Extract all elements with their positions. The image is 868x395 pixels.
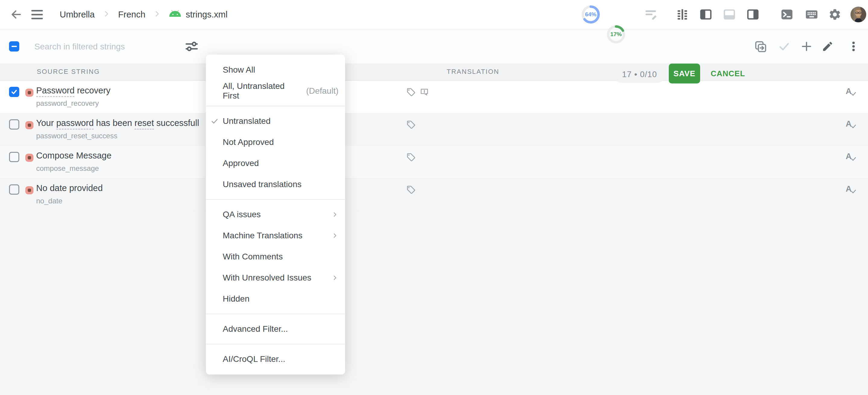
tag-icon[interactable] <box>406 153 416 163</box>
console-icon[interactable] <box>780 7 794 22</box>
breadcrumb-language[interactable]: French <box>118 10 145 20</box>
tag-icon[interactable] <box>406 120 416 131</box>
submenu-chevron-icon <box>331 211 338 218</box>
chevron-right-icon <box>102 10 110 19</box>
spellcheck-approve-icon[interactable]: A <box>846 119 859 130</box>
row-checkbox[interactable] <box>9 152 19 162</box>
filter-menu-item-label: Untranslated <box>223 116 271 126</box>
row-checkbox[interactable] <box>9 87 19 97</box>
row-texts: Your password has been reset successfull… <box>36 118 199 140</box>
filter-menu-item[interactable]: AI/CroQL Filter... <box>206 349 345 370</box>
edit-pencil-icon[interactable] <box>822 40 834 53</box>
strings-counter-badge: 17 • 0/10 <box>614 66 665 83</box>
strings-toolbar: 17 • 0/10 SAVE CANCEL <box>0 30 868 63</box>
editor-screen: Umbrella French strings.xml 64% 17% <box>0 0 868 395</box>
filter-menu-item[interactable]: With Unresolved Issues <box>206 267 345 288</box>
search-settings-icon[interactable] <box>184 39 199 54</box>
table-row[interactable]: Password recovery password_recovery A <box>0 81 868 113</box>
side-by-side-view-icon[interactable] <box>676 8 689 21</box>
chevron-right-icon <box>153 10 161 19</box>
header-right: 64% 17% <box>564 0 868 29</box>
filter-dropdown-menu: Show All All, Untranslated First (Defaul… <box>206 55 345 374</box>
filter-menu-item-label: With Unresolved Issues <box>223 273 311 283</box>
table-row[interactable]: Your password has been reset successfull… <box>0 113 868 146</box>
filter-menu-item[interactable]: Advanced Filter... <box>206 319 345 339</box>
more-options-kebab-icon[interactable] <box>847 40 860 53</box>
menu-divider <box>206 199 345 200</box>
comment-issue-icon[interactable] <box>420 87 429 98</box>
table-row[interactable]: No date provided no_date A <box>0 178 868 211</box>
filter-menu-item-label: AI/CroQL Filter... <box>223 354 285 364</box>
row-texts: Password recovery password_recovery <box>36 86 111 107</box>
table-row[interactable]: Compose Message compose_message A <box>0 146 868 178</box>
breadcrumb-file-name: strings.xml <box>186 10 227 20</box>
string-key: password_recovery <box>36 99 111 107</box>
approved-progress-circle[interactable]: 17% <box>606 24 626 44</box>
filter-menu-item[interactable]: Approved <box>206 153 345 174</box>
save-button[interactable]: SAVE <box>669 64 700 84</box>
filter-menu-item-label: Approved <box>223 159 259 168</box>
keyboard-icon[interactable] <box>805 7 818 22</box>
untranslated-status-icon <box>25 121 33 129</box>
filter-menu-item[interactable]: Machine Translations <box>206 225 345 246</box>
settings-gear-icon[interactable] <box>828 8 841 21</box>
breadcrumb-project[interactable]: Umbrella <box>60 10 95 20</box>
untranslated-status-icon <box>25 186 33 194</box>
breadcrumb: Umbrella French strings.xml <box>60 9 227 20</box>
filter-menu-item-label: Hidden <box>223 294 250 304</box>
string-key: compose_message <box>36 164 112 173</box>
top-header-bar: Umbrella French strings.xml 64% 17% <box>0 0 868 30</box>
right-panel-view-icon[interactable] <box>746 8 760 21</box>
back-arrow-icon[interactable] <box>10 8 22 21</box>
submenu-chevron-icon <box>331 274 338 282</box>
row-texts: Compose Message compose_message <box>36 151 112 173</box>
filter-menu-item-label: Unsaved translations <box>223 179 301 189</box>
filter-menu-item-label: With Comments <box>223 252 283 262</box>
filter-menu-item[interactable]: QA issues <box>206 204 345 225</box>
search-input[interactable] <box>34 38 180 56</box>
filter-menu-item[interactable]: With Comments <box>206 246 345 267</box>
row-checkbox[interactable] <box>9 119 19 130</box>
filter-menu-item[interactable]: Show All <box>206 59 345 80</box>
column-translation: TRANSLATION <box>447 63 499 80</box>
filter-menu-item-label: Machine Translations <box>223 231 303 240</box>
selected-check-icon <box>211 117 218 125</box>
translated-progress-circle[interactable]: 64% <box>581 4 601 24</box>
hamburger-menu-icon[interactable] <box>31 10 43 19</box>
filter-menu-item[interactable]: Not Approved <box>206 132 345 153</box>
breadcrumb-file[interactable]: strings.xml <box>169 9 227 20</box>
add-string-icon[interactable] <box>801 40 812 53</box>
filter-menu-item[interactable]: Untranslated <box>206 110 345 132</box>
spellcheck-approve-icon[interactable]: A <box>846 152 859 162</box>
copy-translation-icon[interactable] <box>753 39 767 53</box>
filter-menu-item[interactable]: All, Untranslated First (Default) <box>206 80 345 102</box>
spellcheck-approve-icon[interactable]: A <box>846 185 859 195</box>
row-texts: No date provided no_date <box>36 183 103 205</box>
filter-menu-item[interactable]: Hidden <box>206 288 345 309</box>
header-left: Umbrella French strings.xml <box>10 0 227 29</box>
filter-menu-item[interactable]: Unsaved translations <box>206 174 345 195</box>
untranslated-status-icon <box>25 89 33 97</box>
row-checkbox[interactable] <box>9 185 19 195</box>
user-avatar[interactable] <box>850 7 866 22</box>
column-source-string: SOURCE STRING <box>37 63 100 80</box>
string-key: no_date <box>36 197 103 205</box>
cancel-button[interactable]: CANCEL <box>711 64 745 84</box>
filter-menu-item-suffix: (Default) <box>306 86 338 96</box>
approve-check-icon[interactable] <box>778 40 790 53</box>
tag-icon[interactable] <box>406 185 416 196</box>
left-panel-view-icon[interactable] <box>699 8 712 21</box>
filter-menu-item-label: Show All <box>223 65 255 75</box>
spellcheck-approve-icon[interactable]: A <box>846 87 859 97</box>
bottom-panel-view-icon[interactable] <box>723 8 736 21</box>
tag-icon[interactable] <box>406 87 416 98</box>
approved-percent: 17% <box>606 24 626 44</box>
source-string-text: No date provided <box>36 183 103 193</box>
edit-list-icon[interactable] <box>644 7 658 22</box>
menu-divider <box>206 344 345 344</box>
filter-menu-item-label: Not Approved <box>223 137 274 147</box>
source-string-text: Compose Message <box>36 151 112 161</box>
select-all-checkbox[interactable] <box>9 41 19 52</box>
translated-percent: 64% <box>581 4 601 24</box>
menu-divider <box>206 314 345 314</box>
